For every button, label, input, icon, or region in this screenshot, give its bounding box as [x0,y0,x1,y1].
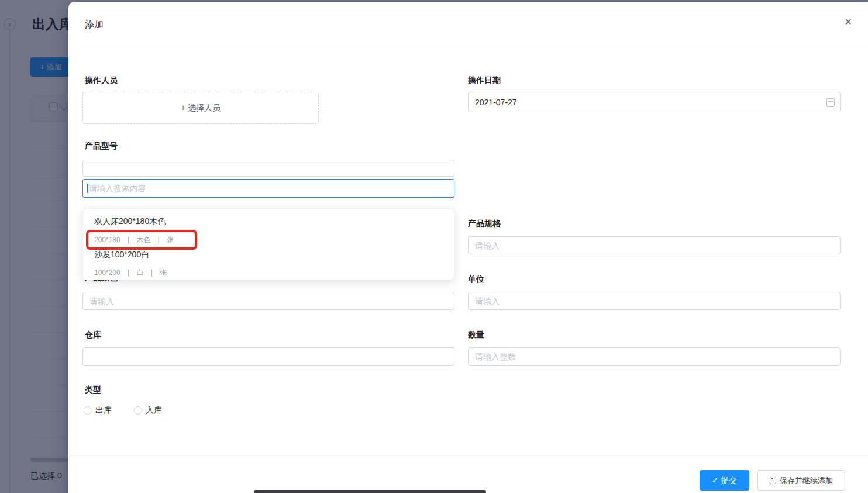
type-label: 类型 [85,385,101,395]
unit-input[interactable] [468,292,841,310]
modal-header: 添加 × [68,2,868,46]
date-input[interactable] [468,92,841,112]
select-person-button[interactable]: + 选择人员 [82,92,319,124]
operator-label: 操作人员 [85,75,118,86]
dropdown-option-name[interactable]: 沙发100*200白 [94,250,149,260]
color-input[interactable] [82,292,454,310]
footer-divider [68,457,868,457]
model-select-input[interactable] [82,160,454,177]
quantity-input[interactable] [468,347,841,366]
radio-inbound-label[interactable]: 入库 [146,405,162,416]
save-and-continue-button[interactable]: 保存并继续添加 [757,470,845,491]
text-caret [87,184,88,193]
quantity-label: 数量 [468,330,484,340]
modal-title: 添加 [85,19,104,31]
unit-label: 单位 [468,274,484,285]
radio-outbound[interactable] [84,406,92,415]
screen: › 出入库 + 添加 已选择 0 添加 × 操作人员 + 选择人员 [0,0,868,493]
radio-outbound-label[interactable]: 出库 [95,405,112,416]
dropdown-option-name[interactable]: 双人床200*180木色 [94,216,166,227]
submit-button[interactable]: ✓ 提交 [700,470,749,491]
save-and-continue-label: 保存并继续添加 [780,476,833,485]
document-icon [770,477,776,484]
radio-inbound[interactable] [134,406,142,415]
os-gesture-bar [254,490,486,493]
model-label: 产品型号 [85,141,118,151]
close-icon[interactable]: × [845,16,852,27]
add-modal: 添加 × 操作人员 + 选择人员 操作日期 产品型号 双人床200*180木色 … [68,2,868,493]
model-dropdown: 双人床200*180木色 200*180 | 木色 | 张 沙发100*200白… [82,208,454,280]
calendar-icon[interactable] [826,98,835,107]
red-annotation-box [86,230,197,250]
spec-input[interactable] [468,236,841,254]
warehouse-label: 仓库 [85,330,101,340]
date-label: 操作日期 [468,75,501,86]
warehouse-input[interactable] [82,347,454,366]
spec-label: 产品规格 [468,219,501,229]
dropdown-option-meta[interactable]: 100*200 | 白 | 张 [94,268,167,278]
model-search-input[interactable] [82,179,454,198]
